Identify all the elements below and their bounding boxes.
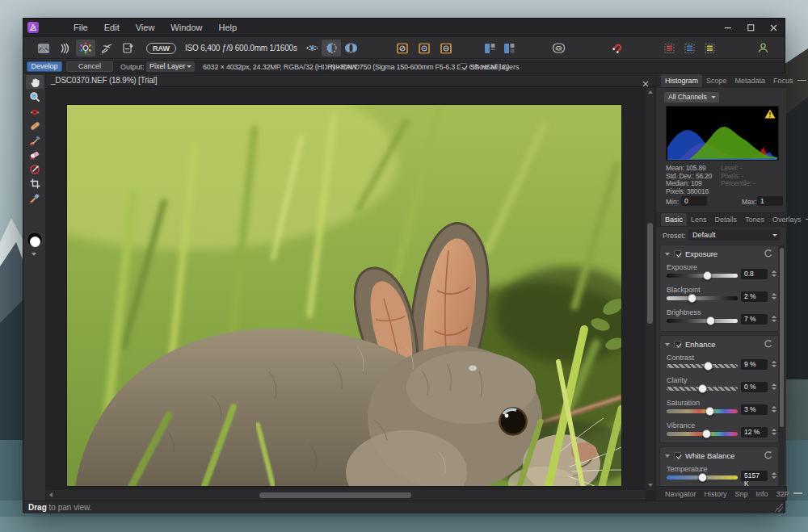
reset-icon[interactable]: [764, 450, 773, 460]
develop-button[interactable]: Develop: [27, 61, 62, 72]
menu-window[interactable]: Window: [162, 23, 210, 32]
magnet-snapping-icon[interactable]: [608, 40, 627, 57]
show-all-layers-checkbox[interactable]: [460, 63, 467, 70]
tab-history[interactable]: History: [701, 488, 731, 501]
persona-photo-icon[interactable]: [34, 40, 53, 57]
slider-thumb[interactable]: [703, 271, 712, 280]
persona-develop-icon[interactable]: [76, 40, 95, 57]
collapse-chevron-icon[interactable]: [665, 455, 670, 458]
horizontal-scroll-thumb[interactable]: [259, 492, 411, 498]
contrast-slider[interactable]: [667, 364, 738, 368]
output-select[interactable]: Pixel Layer: [146, 61, 195, 72]
persona-tone-mapping-icon[interactable]: [97, 40, 116, 57]
slider-thumb[interactable]: [704, 362, 713, 371]
stepper[interactable]: [770, 269, 777, 279]
reset-icon[interactable]: [764, 339, 773, 349]
crop-tool[interactable]: [26, 177, 44, 191]
blackpoint-slider[interactable]: [667, 296, 738, 300]
horizontal-scrollbar[interactable]: [46, 490, 646, 501]
titlebar[interactable]: File Edit View Window Help: [23, 19, 785, 36]
white-balance-tool[interactable]: [26, 191, 44, 205]
menu-help[interactable]: Help: [210, 23, 245, 32]
tab-info[interactable]: Info: [752, 488, 772, 501]
resize-grip[interactable]: [775, 504, 783, 512]
stepper[interactable]: [770, 404, 777, 415]
preset-select[interactable]: Default: [688, 229, 781, 241]
slider-value[interactable]: 5157 K: [741, 471, 768, 481]
menu-view[interactable]: View: [128, 23, 163, 32]
menu-edit[interactable]: Edit: [96, 23, 128, 32]
account-icon[interactable]: [753, 40, 772, 57]
stepper[interactable]: [770, 427, 777, 438]
exposure-enabled-checkbox[interactable]: [674, 250, 681, 258]
slider-value[interactable]: 3 %: [741, 404, 768, 415]
tab-metadata[interactable]: Metadata: [731, 74, 770, 87]
cancel-button[interactable]: Cancel: [66, 61, 113, 72]
tab-32-preview[interactable]: 32P: [772, 488, 793, 501]
close-button[interactable]: [762, 19, 785, 36]
white-balance-enabled-checkbox[interactable]: [674, 452, 681, 459]
zoom-tool[interactable]: [26, 90, 44, 103]
blemish-removal-tool[interactable]: [26, 119, 44, 132]
vertical-scroll-thumb[interactable]: [647, 223, 653, 324]
tab-lens[interactable]: Lens: [687, 213, 711, 226]
clarity-slider[interactable]: [667, 387, 738, 391]
channel-select[interactable]: All Channels: [664, 92, 719, 103]
collapse-chevron-icon[interactable]: [665, 343, 670, 346]
scroll-left-icon[interactable]: [49, 492, 53, 497]
slider-value[interactable]: 12 %: [741, 427, 768, 438]
vertical-scrollbar[interactable]: [646, 87, 654, 490]
tab-details[interactable]: Details: [711, 213, 742, 226]
enhance-enabled-checkbox[interactable]: [674, 341, 681, 348]
tab-navigator[interactable]: Navigator: [661, 488, 701, 501]
slider-value[interactable]: 7 %: [741, 314, 768, 325]
slider-value[interactable]: 2 %: [741, 291, 768, 302]
view-tool[interactable]: [26, 75, 44, 89]
tab-histogram[interactable]: Histogram: [661, 74, 702, 87]
studio-presets-blue-icon[interactable]: [680, 40, 699, 57]
panel-scroll-thumb[interactable]: [780, 248, 784, 427]
studio-presets-red-icon[interactable]: [659, 40, 679, 57]
vibrance-slider[interactable]: [667, 432, 738, 436]
scroll-up-icon[interactable]: [648, 90, 653, 94]
persona-liquify-icon[interactable]: [55, 40, 74, 57]
slider-value[interactable]: 9 %: [741, 359, 768, 370]
slider-thumb[interactable]: [702, 429, 711, 438]
tab-snapshots[interactable]: Snp: [731, 488, 752, 501]
saturation-slider[interactable]: [667, 409, 738, 413]
overlay-paint-tool[interactable]: [26, 133, 44, 147]
slider-thumb[interactable]: [698, 473, 707, 482]
preview-toggle-icon[interactable]: [302, 40, 322, 57]
before-view-icon[interactable]: [480, 40, 499, 57]
clip-shadows-toggle-icon[interactable]: [393, 40, 412, 57]
menu-file[interactable]: File: [65, 23, 96, 32]
tab-overlays[interactable]: Overlays: [768, 213, 806, 226]
temperature-slider[interactable]: [667, 475, 738, 480]
stepper[interactable]: [770, 359, 777, 370]
slider-thumb[interactable]: [706, 316, 715, 325]
stepper[interactable]: [770, 314, 777, 325]
stepper[interactable]: [770, 471, 777, 481]
max-input[interactable]: 1: [757, 196, 783, 206]
studio-presets-yellow-icon[interactable]: [700, 40, 719, 57]
collapse-chevron-icon[interactable]: [665, 253, 670, 256]
stepper[interactable]: [770, 382, 777, 392]
minimize-button[interactable]: [717, 19, 739, 36]
assistant-icon[interactable]: [549, 40, 568, 57]
slider-thumb[interactable]: [688, 294, 696, 303]
clipping-warning-icon[interactable]: [764, 109, 776, 119]
clip-highlights-toggle-icon[interactable]: [415, 40, 434, 57]
scroll-down-icon[interactable]: [648, 484, 653, 487]
document-tab[interactable]: _DSC0370.NEF (18.9%) [Trial]: [51, 76, 157, 85]
panel-scrollbar[interactable]: [779, 245, 785, 485]
overlay-gradient-tool[interactable]: [26, 162, 44, 176]
persona-export-icon[interactable]: [118, 40, 137, 57]
maximize-button[interactable]: [739, 19, 762, 36]
red-eye-removal-tool[interactable]: [26, 104, 44, 118]
slider-value[interactable]: 0 %: [741, 382, 768, 392]
split-view-mirror-icon[interactable]: [341, 40, 360, 57]
after-view-icon[interactable]: [499, 40, 519, 57]
viewport[interactable]: [46, 87, 646, 490]
tab-tones[interactable]: Tones: [741, 213, 768, 226]
overlay-color-well[interactable]: [27, 232, 43, 248]
